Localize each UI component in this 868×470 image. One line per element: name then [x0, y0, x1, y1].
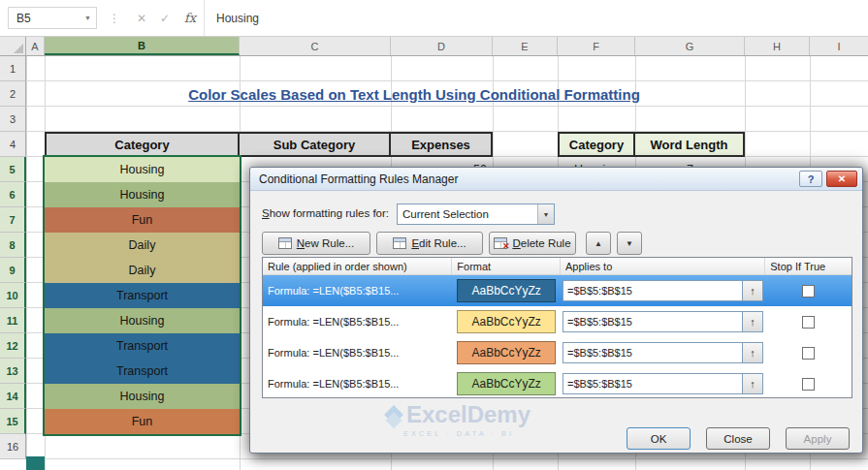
- close-button[interactable]: Close: [706, 427, 770, 450]
- rules-list: Rule (applied in order shown) Format App…: [262, 257, 852, 398]
- cell-b6[interactable]: Housing: [45, 182, 240, 207]
- column-header-d[interactable]: D: [391, 37, 493, 55]
- formula-bar-handle-icon[interactable]: ⋮: [109, 12, 120, 25]
- down-arrow-icon: ▼: [626, 239, 633, 248]
- collapse-dialog-button[interactable]: ↑: [743, 280, 763, 301]
- enter-icon[interactable]: ✓: [153, 12, 177, 25]
- exceldemy-watermark: ExcelDemy EXCEL · DATA · BI: [338, 401, 580, 438]
- cancel-icon[interactable]: ✕: [130, 12, 153, 25]
- column-header-h[interactable]: H: [745, 37, 810, 55]
- edit-rule-label: Edit Rule...: [411, 237, 466, 249]
- rule-description: Formula: =LEN($B5:$B15...: [263, 347, 452, 359]
- new-rule-button[interactable]: New Rule...: [262, 232, 370, 255]
- row-header-16[interactable]: 16: [0, 434, 26, 459]
- header-cell-expenses[interactable]: Expenses: [389, 132, 493, 157]
- stop-if-true-checkbox[interactable]: [802, 316, 815, 329]
- stop-if-true-checkbox[interactable]: [802, 378, 815, 391]
- formula-bar: B5 ▼ ⋮ ✕ ✓ fx Housing: [0, 0, 868, 37]
- row-header-3[interactable]: 3: [0, 107, 26, 132]
- applies-to-input[interactable]: =$B$5:$B$15: [563, 373, 743, 394]
- select-all-button[interactable]: [0, 37, 26, 55]
- row-header-15[interactable]: 15: [0, 409, 26, 434]
- dialog-title: Conditional Formatting Rules Manager: [259, 172, 799, 186]
- format-preview: AaBbCcYyZz: [457, 341, 556, 364]
- cell-b11[interactable]: Housing: [45, 308, 240, 333]
- rule-row-3[interactable]: Formula: =LEN($B5:$B15... AaBbCcYyZz =$B…: [263, 337, 852, 368]
- edit-rule-icon: [393, 237, 406, 249]
- column-header-stop: Stop If True: [765, 258, 852, 274]
- cell-b13[interactable]: Transport: [45, 359, 240, 384]
- column-header-applies: Applies to: [561, 258, 765, 274]
- column-header-e[interactable]: E: [493, 37, 558, 55]
- sheet-title[interactable]: Color Scales Based on Text Length Using …: [64, 81, 764, 107]
- formula-bar-input[interactable]: Housing: [204, 0, 868, 36]
- rule-description: Formula: =LEN($B5:$B15...: [263, 316, 452, 328]
- header-cell-sub-category[interactable]: Sub Category: [238, 132, 391, 157]
- column-headers: A B C D E F G H I: [0, 37, 868, 56]
- column-header-c[interactable]: C: [240, 37, 391, 55]
- row-header-12[interactable]: 12: [0, 333, 26, 359]
- row-header-8[interactable]: 8: [0, 233, 26, 258]
- collapse-dialog-button[interactable]: ↑: [743, 311, 763, 332]
- column-header-f[interactable]: F: [558, 37, 635, 55]
- help-button[interactable]: ?: [799, 171, 822, 187]
- rule-row-4[interactable]: Formula: =LEN($B5:$B15... AaBbCcYyZz =$B…: [263, 368, 852, 398]
- row-header-7[interactable]: 7: [0, 207, 26, 233]
- delete-rule-button[interactable]: ✕ Delete Rule: [489, 232, 576, 255]
- row-header-4[interactable]: 4: [0, 132, 26, 157]
- cell-b8[interactable]: Daily: [45, 233, 240, 258]
- move-rule-down-button[interactable]: ▼: [617, 232, 642, 255]
- cell-b14[interactable]: Housing: [45, 384, 240, 409]
- row-header-9[interactable]: 9: [0, 258, 26, 283]
- row-header-1[interactable]: 1: [0, 56, 26, 81]
- row-header-5[interactable]: 5: [0, 157, 26, 182]
- category-column-cells: Housing Housing Fun Daily Daily Transpor…: [45, 157, 240, 434]
- header-cell-category-2[interactable]: Category: [558, 132, 635, 157]
- close-icon[interactable]: ✕: [826, 171, 857, 187]
- column-header-i[interactable]: I: [810, 37, 868, 55]
- scope-dropdown[interactable]: Current Selection ▼: [397, 204, 555, 225]
- cell-b9[interactable]: Daily: [45, 258, 240, 283]
- row-header-14[interactable]: 14: [0, 384, 26, 409]
- cell-b15[interactable]: Fun: [45, 409, 240, 434]
- applies-to-input[interactable]: =$B$5:$B$15: [563, 342, 743, 363]
- edit-rule-button[interactable]: Edit Rule...: [376, 232, 483, 255]
- row-header-2[interactable]: 2: [0, 81, 26, 107]
- collapse-dialog-button[interactable]: ↑: [743, 373, 763, 394]
- column-header-b[interactable]: B: [45, 37, 240, 55]
- cell-b12[interactable]: Transport: [45, 333, 240, 359]
- header-cell-word-length[interactable]: Word Length: [633, 132, 745, 157]
- name-box[interactable]: B5 ▼: [8, 7, 97, 29]
- dialog-titlebar[interactable]: Conditional Formatting Rules Manager ? ✕: [250, 168, 862, 191]
- rule-row-1[interactable]: Formula: =LEN($B5:$B15... AaBbCcYyZz =$B…: [263, 275, 852, 306]
- row-header-10[interactable]: 10: [0, 283, 26, 308]
- chevron-down-icon[interactable]: ▼: [537, 204, 554, 224]
- collapse-dialog-button[interactable]: ↑: [743, 342, 763, 363]
- watermark-name: ExcelDemy: [406, 401, 530, 428]
- row-header-11[interactable]: 11: [0, 308, 26, 333]
- move-rule-up-button[interactable]: ▲: [586, 232, 611, 255]
- cf-rules-manager-dialog: Conditional Formatting Rules Manager ? ✕…: [249, 167, 863, 454]
- row-header-6[interactable]: 6: [0, 182, 26, 207]
- new-rule-label: New Rule...: [297, 237, 354, 249]
- column-header-a[interactable]: A: [26, 37, 45, 55]
- name-box-dropdown-icon[interactable]: ▼: [84, 15, 96, 21]
- column-header-g[interactable]: G: [635, 37, 745, 55]
- red-x-icon: ✕: [502, 242, 510, 251]
- applies-to-input[interactable]: =$B$5:$B$15: [563, 311, 743, 332]
- apply-button[interactable]: Apply: [786, 427, 850, 450]
- stop-if-true-checkbox[interactable]: [802, 347, 815, 360]
- insert-function-icon[interactable]: fx: [177, 11, 204, 25]
- cell-b7[interactable]: Fun: [45, 207, 240, 233]
- cell-b5[interactable]: Housing: [45, 157, 240, 182]
- header-cell-category[interactable]: Category: [45, 132, 240, 157]
- watermark-tagline: EXCEL · DATA · BI: [338, 429, 580, 438]
- stop-if-true-checkbox[interactable]: [802, 285, 815, 298]
- rule-row-2[interactable]: Formula: =LEN($B5:$B15... AaBbCcYyZz =$B…: [263, 306, 852, 337]
- ok-button[interactable]: OK: [627, 427, 691, 450]
- applies-to-input[interactable]: =$B$5:$B$15: [563, 280, 743, 301]
- row-header-13[interactable]: 13: [0, 359, 26, 384]
- scope-label: Show formatting rules for:: [262, 207, 389, 219]
- name-box-value: B5: [16, 12, 84, 25]
- cell-b10[interactable]: Transport: [45, 283, 240, 308]
